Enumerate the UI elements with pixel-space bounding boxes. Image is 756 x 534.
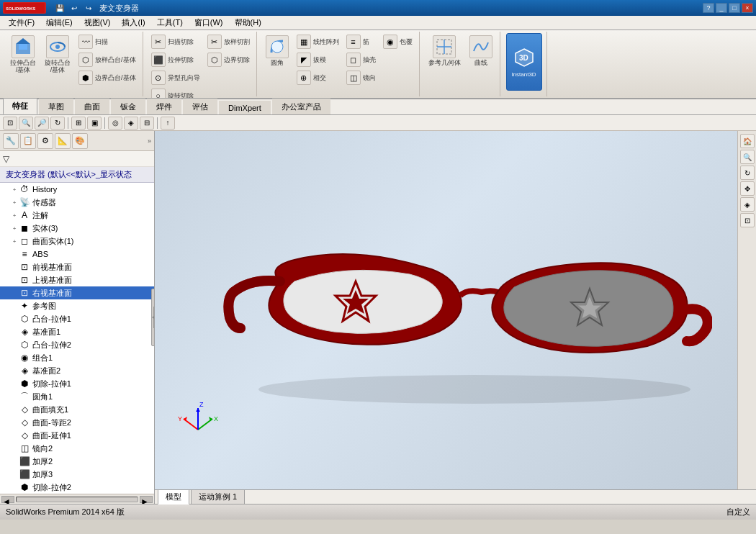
tree-item-surface-bodies[interactable]: +◻曲面实体(1) xyxy=(0,235,154,248)
tree-expander-history[interactable]: + xyxy=(10,185,19,194)
tree-item-surface-fill1[interactable]: ◇曲面填充1 xyxy=(0,403,154,416)
menu-view[interactable]: 视图(V) xyxy=(78,16,117,30)
tab-sheetmetal[interactable]: 钣金 xyxy=(111,99,145,114)
hole-btn[interactable]: ⊙ 异型孔向导 xyxy=(149,69,202,86)
tab-evaluate[interactable]: 评估 xyxy=(183,99,217,114)
qa-redo[interactable]: ↪ xyxy=(82,1,95,14)
close-btn[interactable]: × xyxy=(742,3,753,13)
tree-item-sensors[interactable]: +📡传感器 xyxy=(0,196,154,209)
tree-header[interactable]: 麦文变身器 (默认<<默认>_显示状态 xyxy=(0,167,154,183)
dim-xpert-btn[interactable]: 📐 xyxy=(55,133,71,149)
sweep-btn[interactable]: 〰 扫描 xyxy=(76,33,138,50)
edit-appearance-btn[interactable]: ◈ xyxy=(124,117,138,130)
panel-more-btn[interactable]: » xyxy=(148,137,151,145)
tree-item-history[interactable]: +⏱History xyxy=(0,183,154,196)
tab-weldments[interactable]: 焊件 xyxy=(147,99,181,114)
view-zoom-btn[interactable]: 🔍 xyxy=(740,150,755,164)
rib-btn[interactable]: ≡ 筋 xyxy=(344,33,378,50)
tree-item-top-plane[interactable]: ⊡上视基准面 xyxy=(0,273,154,286)
tab-office[interactable]: 办公室产品 xyxy=(272,99,330,114)
view-section-btn[interactable]: ⊡ xyxy=(740,213,755,227)
mirror-btn[interactable]: ◫ 镜向 xyxy=(344,69,378,86)
ref-geometry-btn[interactable]: 参考几何体 xyxy=(426,33,464,69)
feature-tree[interactable]: +⏱History+📡传感器+A注解+◼实体(3)+◻曲面实体(1)≡ABS⊡前… xyxy=(0,183,154,494)
hide-show-btn[interactable]: ◎ xyxy=(108,117,122,130)
tree-item-right-plane[interactable]: ⊡右视基准面 xyxy=(0,286,154,299)
view-pan-btn[interactable]: ✥ xyxy=(740,181,755,196)
maximize-btn[interactable]: □ xyxy=(729,3,740,13)
view-orient-btn[interactable]: ⊞ xyxy=(71,117,86,130)
tree-item-thicken3[interactable]: ⬛加厚3 xyxy=(0,468,154,481)
feature-mgr-btn[interactable]: 🔧 xyxy=(3,133,19,149)
tree-item-cut-extrude1[interactable]: ⬢切除-拉伸1 xyxy=(0,377,154,390)
tab-surface[interactable]: 曲面 xyxy=(75,99,109,114)
zoom-to-fit-btn[interactable]: ⊡ xyxy=(3,117,17,130)
tab-features[interactable]: 特征 xyxy=(3,98,37,114)
property-mgr-btn[interactable]: 📋 xyxy=(20,133,36,149)
tab-sketch[interactable]: 草图 xyxy=(39,99,73,114)
tree-item-boss-extrude2[interactable]: ⬡凸台-拉伸2 xyxy=(0,338,154,351)
scroll-track-x[interactable] xyxy=(16,497,138,502)
section-view-btn[interactable]: ⊟ xyxy=(140,117,154,130)
revolve-cut-btn[interactable]: ○ 旋转切除 xyxy=(149,87,202,99)
tree-item-origin[interactable]: ✦参考图 xyxy=(0,299,154,312)
tree-item-surface-extend1[interactable]: ◇曲面-延伸1 xyxy=(0,429,154,442)
zoom-out-btn[interactable]: 🔎 xyxy=(35,117,49,130)
tree-item-combine1[interactable]: ◉组合1 xyxy=(0,351,154,364)
tree-item-annotations[interactable]: +A注解 xyxy=(0,209,154,222)
view-rotate-btn[interactable]: ↻ xyxy=(740,166,755,180)
tree-item-cut-extrude2[interactable]: ⬢切除-拉伸2 xyxy=(0,481,154,494)
wrap-btn[interactable]: ◉ 包覆 xyxy=(381,33,415,50)
loft-cut-btn[interactable]: ✂ 放样切割 xyxy=(205,33,252,50)
view-display-btn[interactable]: ◈ xyxy=(740,197,755,212)
extrude-cut-btn[interactable]: ⬛ 拉伸切除 xyxy=(149,51,202,68)
tree-item-abs[interactable]: ≡ABS xyxy=(0,248,154,261)
tree-item-plane2[interactable]: ◈基准面2 xyxy=(0,364,154,377)
menu-tools[interactable]: 工具(T) xyxy=(151,16,189,30)
tree-item-mirror2[interactable]: ◫镜向2 xyxy=(0,442,154,455)
tree-item-plane1[interactable]: ◈基准面1 xyxy=(0,325,154,338)
sweep-cut-btn[interactable]: ✂ 扫描切除 xyxy=(149,33,202,50)
tree-item-boss-extrude1[interactable]: ⬡凸台-拉伸1 xyxy=(0,312,154,325)
draft-btn[interactable]: ◤ 拔模 xyxy=(294,51,341,68)
menu-file[interactable]: 文件(F) xyxy=(3,16,40,30)
fillet-btn[interactable]: 圆角 xyxy=(263,33,292,69)
display-style-btn[interactable]: ▣ xyxy=(87,117,102,130)
tree-item-thicken2[interactable]: ⬛加厚2 xyxy=(0,455,154,468)
tree-item-surface-offset2[interactable]: ◇曲面-等距2 xyxy=(0,416,154,429)
boss-extrude-btn[interactable]: 拉伸凸台/基体 xyxy=(7,33,39,76)
menu-window[interactable]: 窗口(W) xyxy=(189,16,229,30)
tree-item-front-plane[interactable]: ⊡前视基准面 xyxy=(0,261,154,273)
tree-item-fillet1[interactable]: ⌒圆角1 xyxy=(0,390,154,403)
tree-expander-sensors[interactable]: + xyxy=(10,198,19,207)
tree-expander-annotations[interactable]: + xyxy=(10,211,19,220)
tab-motion[interactable]: 运动算例 1 xyxy=(191,489,245,504)
rotate-view-btn[interactable]: ↻ xyxy=(50,117,65,130)
display-mgr-btn[interactable]: 🎨 xyxy=(72,133,88,149)
arrow-up-btn[interactable]: ↑ xyxy=(161,117,175,130)
revolve-btn[interactable]: 旋转凸台/基体 xyxy=(42,33,73,76)
tree-expander-surface-bodies[interactable]: + xyxy=(10,237,19,245)
instant3d-btn[interactable]: 3D Instant3D xyxy=(506,33,542,91)
boundary-btn[interactable]: ⬢ 边界凸台/基体 xyxy=(76,69,138,86)
linear-pattern-btn[interactable]: ▦ 线性阵列 xyxy=(294,33,341,50)
menu-edit[interactable]: 编辑(E) xyxy=(40,16,78,30)
viewport-3d[interactable]: X Y Z 🏠 🔍 ↻ ✥ ◈ ⊡ xyxy=(155,131,756,489)
zoom-in-btn[interactable]: 🔍 xyxy=(19,117,33,130)
menu-help[interactable]: 帮助(H) xyxy=(229,16,267,30)
qa-undo[interactable]: ↩ xyxy=(68,1,81,14)
config-mgr-btn[interactable]: ⚙ xyxy=(37,133,53,149)
tree-item-solid-bodies[interactable]: +◼实体(3) xyxy=(0,222,154,235)
tab-dimxpert[interactable]: DimXpert xyxy=(219,101,271,114)
scroll-right-btn[interactable]: ► xyxy=(140,496,153,503)
help-btn[interactable]: ? xyxy=(703,3,714,13)
tab-model[interactable]: 模型 xyxy=(158,489,189,504)
view-home-btn[interactable]: 🏠 xyxy=(740,134,755,148)
tree-expander-solid-bodies[interactable]: + xyxy=(10,224,19,232)
curves-btn[interactable]: 曲线 xyxy=(467,33,495,69)
qa-save[interactable]: 💾 xyxy=(53,1,66,14)
boundary-cut-btn[interactable]: ⬡ 边界切除 xyxy=(205,51,252,68)
loft-btn[interactable]: ⬡ 放样凸台/基体 xyxy=(76,51,138,68)
shell-btn[interactable]: ◻ 抽壳 xyxy=(344,51,378,68)
tree-scrollbar-x[interactable]: ◄ ► xyxy=(0,494,154,504)
